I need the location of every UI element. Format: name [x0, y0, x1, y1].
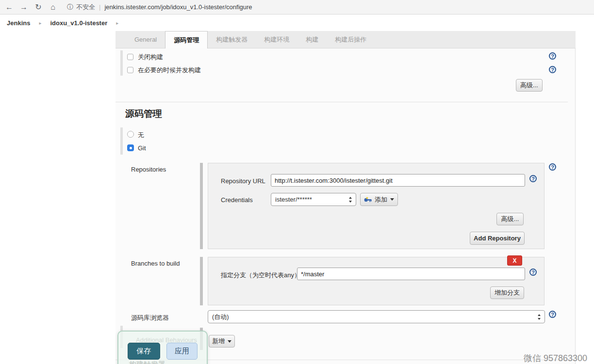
concurrent-build-checkbox[interactable] [127, 67, 133, 73]
disable-build-checkbox[interactable] [127, 54, 133, 60]
security-label[interactable]: 不安全 [76, 3, 95, 12]
repository-url-input[interactable] [271, 174, 525, 187]
reload-icon[interactable]: ↻ [31, 2, 46, 12]
chevron-right-icon: ▸ [116, 20, 118, 26]
repeatable-chunk-bar [200, 257, 203, 305]
url-text[interactable]: jenkins.istester.com/job/idoxu_v1.0-iste… [104, 3, 252, 11]
branch-specifier-input[interactable] [297, 268, 525, 280]
tab-source-code-management[interactable]: 源码管理 [165, 31, 208, 48]
tab-post-build-actions[interactable]: 构建后操作 [327, 31, 375, 48]
repositories-label: Repositories [131, 166, 166, 173]
browser-toolbar: ← → ↻ ⌂ ⓘ 不安全 | jenkins.istester.com/job… [0, 0, 594, 15]
delete-branch-button[interactable]: X [507, 255, 522, 266]
scm-git-label: Git [138, 144, 146, 152]
tab-build-environment[interactable]: 构建环境 [256, 31, 297, 48]
add-behaviour-button[interactable]: 新增 [209, 335, 235, 348]
add-credential-label: 添加 [375, 195, 387, 204]
tab-general[interactable]: General [126, 31, 165, 48]
help-icon[interactable]: ? [549, 311, 556, 318]
repo-browser-select[interactable]: (自动) [208, 310, 545, 323]
forward-icon[interactable]: → [16, 3, 31, 12]
caret-down-icon [228, 340, 231, 343]
section-divider [116, 102, 568, 102]
scm-none-label: 无 [138, 131, 144, 140]
watermark-text: 微信 957863300 [524, 352, 587, 364]
scm-git-radio[interactable] [127, 144, 134, 151]
info-icon[interactable]: ⓘ [67, 3, 73, 12]
breadcrumb-job[interactable]: idoxu_v1.0-istester [50, 19, 107, 27]
credentials-select[interactable]: istester/****** [271, 193, 356, 206]
tab-build-triggers[interactable]: 构建触发器 [208, 31, 256, 48]
advanced-button[interactable]: 高级... [516, 79, 543, 92]
disable-build-label: 关闭构建 [138, 53, 163, 62]
concurrent-build-label: 在必要的时候并发构建 [138, 66, 201, 75]
help-icon[interactable]: ? [549, 163, 556, 171]
save-button[interactable]: 保存 [128, 343, 160, 360]
add-credential-button[interactable]: 添加 [360, 193, 398, 206]
section-indent-bar [120, 50, 123, 76]
key-icon [364, 197, 372, 202]
breadcrumb-jenkins[interactable]: Jenkins [7, 19, 30, 27]
repository-url-label: Repository URL [221, 177, 265, 185]
scm-section-heading: 源码管理 [125, 108, 162, 120]
branch-specifier-label: 指定分支（为空时代表any） [221, 271, 300, 280]
caret-down-icon [390, 198, 394, 201]
address-divider: | [99, 3, 100, 11]
back-icon[interactable]: ← [2, 3, 16, 12]
help-icon[interactable]: ? [529, 175, 537, 182]
branches-to-build-label: Branches to build [131, 260, 180, 267]
section-indent-bar [120, 127, 123, 155]
select-spinner-icon [348, 196, 353, 203]
jenkins-configure-page: ← → ↻ ⌂ ⓘ 不安全 | jenkins.istester.com/job… [0, 0, 594, 364]
select-spinner-icon [537, 314, 542, 320]
repo-browser-label: 源码库浏览器 [131, 314, 169, 322]
apply-button[interactable]: 应用 [166, 343, 198, 360]
add-behaviour-label: 新增 [212, 337, 225, 346]
home-icon[interactable]: ⌂ [46, 3, 60, 12]
breadcrumb: Jenkins ▸ idoxu_v1.0-istester ▸ [0, 15, 594, 31]
tab-build[interactable]: 构建 [297, 31, 327, 48]
repo-browser-value: (自动) [212, 313, 229, 321]
help-icon[interactable]: ? [529, 269, 537, 276]
add-branch-button[interactable]: 增加分支 [490, 286, 524, 299]
chevron-right-icon: ▸ [39, 20, 41, 26]
help-icon[interactable]: ? [549, 52, 556, 60]
credentials-value: istester/****** [275, 196, 312, 203]
add-repository-button[interactable]: Add Repository [470, 232, 525, 245]
help-icon[interactable]: ? [549, 66, 556, 73]
address-bar[interactable]: ⓘ 不安全 | jenkins.istester.com/job/idoxu_v… [67, 3, 252, 12]
scm-none-radio[interactable] [127, 131, 134, 138]
advanced-button[interactable]: 高级... [496, 213, 524, 225]
config-tabs: General 源码管理 构建触发器 构建环境 构建 构建后操作 [116, 31, 576, 48]
repeatable-chunk-bar [200, 163, 203, 249]
credentials-label: Credentials [221, 196, 253, 204]
